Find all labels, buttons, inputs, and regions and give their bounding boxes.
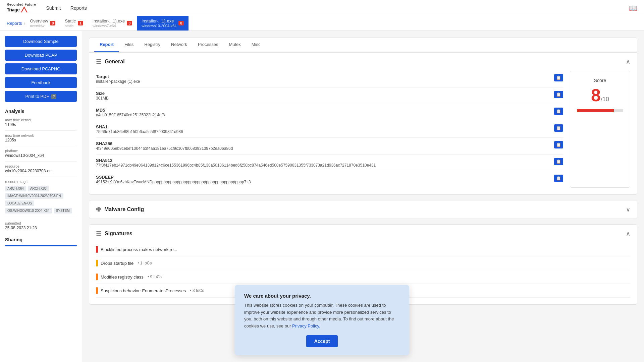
feedback-button[interactable]: Feedback <box>5 77 77 88</box>
tab-overview[interactable]: Overview overview 8 <box>25 16 60 31</box>
analysis-resource: resource win10v2004-20230703-en <box>5 164 77 173</box>
resource-label: resource <box>5 164 77 168</box>
sharing-title: Sharing <box>5 237 77 242</box>
signatures-toggle-icon[interactable]: ∧ <box>626 230 630 237</box>
general-section-title: ☰ General <box>96 58 125 65</box>
copy-button[interactable]: 📋 <box>554 141 563 148</box>
signature-item: Blocklisted process makes network re... <box>96 243 630 256</box>
info-row: SSDEEP 49152:tK1Ym6zhKavTwucMNDppppppppp… <box>96 171 563 188</box>
tab-installer1-label: installer-...1).exe <box>93 18 125 23</box>
max-time-kernel-label: max time kernel <box>5 118 77 122</box>
info-label: SHA512 <box>96 158 551 163</box>
app-header: Recorded Future Triage Submit Reports 📖 <box>0 0 644 16</box>
content-tab-registry[interactable]: Registry <box>139 38 166 52</box>
download-pcap-button[interactable]: Download PCAP <box>5 50 77 61</box>
analysis-max-time-network: max time network 1205s <box>5 133 77 142</box>
malware-config-title: ✙ Malware Config <box>96 206 144 213</box>
analysis-resource-tags: resource tags ARCH:X64ARCH:X86IMAGE:WIN1… <box>5 180 77 214</box>
copy-button[interactable]: 📋 <box>554 108 563 115</box>
content-tabs: ReportFilesRegistryNetworkProcessesMutex… <box>89 38 637 52</box>
content-tab-network[interactable]: Network <box>166 38 193 52</box>
score-bar-fill <box>577 109 614 112</box>
content-tab-misc[interactable]: Misc <box>246 38 266 52</box>
tab-installer2[interactable]: installer-...1).exe windows10-2004-x64 8 <box>137 16 189 31</box>
copy-button[interactable]: 📋 <box>554 158 563 165</box>
resource-tag: OS:WINDOWS10-2004-X64 <box>5 208 52 214</box>
score-box: Score 8/10 <box>570 71 630 188</box>
content-tab-list: ReportFilesRegistryNetworkProcessesMutex… <box>89 38 637 52</box>
tab-static[interactable]: Static static 1 <box>60 16 88 31</box>
score-max: /10 <box>601 96 609 103</box>
analysis-platform: platform windows10-2004_x64 <box>5 149 77 158</box>
submitted-label: submitted <box>5 221 77 225</box>
content-tab-mutex[interactable]: Mutex <box>223 38 246 52</box>
info-row: SHA1 75f66e71bb86e68b150b6aa5c5f87900984… <box>96 121 563 138</box>
general-fields: Target installer-package (1).exe 📋 Size … <box>96 71 563 188</box>
nav-reports[interactable]: Reports <box>70 1 87 15</box>
cookie-title: We care about your privacy. <box>244 293 400 299</box>
tab-overview-sub: overview <box>30 24 48 28</box>
info-label: MD5 <box>96 108 551 113</box>
tab-installer1-badge: 3 <box>127 21 132 25</box>
general-content: Target installer-package (1).exe 📋 Size … <box>96 71 630 188</box>
content-tab-files[interactable]: Files <box>119 38 139 52</box>
copy-button[interactable]: 📋 <box>554 175 563 182</box>
info-label: SSDEEP <box>96 175 551 180</box>
copy-button[interactable]: 📋 <box>554 91 563 98</box>
score-title: Score <box>577 78 623 83</box>
privacy-policy-link[interactable]: Privacy Policy. <box>292 323 320 328</box>
tab-installer2-label: installer-...1).exe <box>142 18 176 23</box>
accept-cookies-button[interactable]: Accept <box>306 335 338 347</box>
download-sample-button[interactable]: Download Sample <box>5 36 77 47</box>
info-row: Size 301MB 📋 <box>96 87 563 104</box>
malware-config-toggle-icon[interactable]: ∨ <box>626 206 630 213</box>
info-row: MD5 a4cb9159f165740cd25135322b214df8 📋 <box>96 104 563 121</box>
tab-installer1-sub: windows7-x64 <box>93 24 125 28</box>
content-tab-report[interactable]: Report <box>94 38 119 52</box>
cookie-banner: We care about your privacy. This website… <box>0 278 644 362</box>
copy-button[interactable]: 📋 <box>554 74 563 81</box>
info-value: a4cb9159f165740cd25135322b214df8 <box>96 113 551 117</box>
brand-name: Recorded Future <box>7 3 36 6</box>
cookie-text: This website stores cookies on your comp… <box>244 302 400 330</box>
malware-config-icon: ✙ <box>96 206 101 213</box>
score-value: 8 <box>591 85 601 105</box>
info-label: SHA256 <box>96 141 551 146</box>
breadcrumb-reports[interactable]: Reports <box>7 21 22 26</box>
max-time-network-value: 1205s <box>5 138 77 142</box>
malware-config-section: ✙ Malware Config ∨ <box>89 200 637 219</box>
cookie-box: We care about your privacy. This website… <box>235 285 409 355</box>
info-row: SHA256 4f349e005eb9cebef10044b3f4aa181ea… <box>96 138 563 155</box>
info-value: 49152:tK1Ym6zhKavTwucMNDpppppppppppppppp… <box>96 180 551 184</box>
signatures-title: ☰ Signatures <box>96 230 132 237</box>
resource-tag: ARCH:X64 <box>5 186 26 191</box>
signatures-header[interactable]: ☰ Signatures ∧ <box>89 225 637 243</box>
analysis-max-time-kernel: max time kernel 1199s <box>5 118 77 127</box>
download-pcapng-button[interactable]: Download PCAPNG <box>5 63 77 74</box>
signature-text: Blocklisted process makes network re... <box>101 247 177 252</box>
tags-container: ARCH:X64ARCH:X86IMAGE:WIN10V2004-2023070… <box>5 186 77 214</box>
signatures-icon: ☰ <box>96 230 101 237</box>
sharing-bar <box>5 245 77 246</box>
info-value: 4f349e005eb9cebef10044b3f4aa181ea75cf9c1… <box>96 146 551 151</box>
platform-value: windows10-2004_x64 <box>5 153 77 158</box>
print-to-pdf-button[interactable]: Print to PDF ? <box>5 91 77 102</box>
tab-overview-label: Overview <box>30 18 48 23</box>
general-section-header[interactable]: ☰ General ∧ <box>89 53 637 71</box>
book-icon[interactable]: 📖 <box>629 4 637 12</box>
malware-config-header[interactable]: ✙ Malware Config ∨ <box>89 200 637 219</box>
info-row: Target installer-package (1).exe 📋 <box>96 71 563 87</box>
platform-label: platform <box>5 149 77 153</box>
tab-installer1[interactable]: installer-...1).exe windows7-x64 3 <box>88 16 137 31</box>
max-time-network-label: max time network <box>5 133 77 137</box>
copy-button[interactable]: 📋 <box>554 124 563 132</box>
tab-installer2-badge: 8 <box>178 21 184 25</box>
general-toggle-icon[interactable]: ∧ <box>626 58 630 65</box>
content-tab-processes[interactable]: Processes <box>193 38 224 52</box>
nav-submit[interactable]: Submit <box>46 1 61 15</box>
resource-tag: IMAGE:WIN10V2004-20230703-EN <box>5 193 63 199</box>
resource-tag: LOCALE:EN-US <box>5 200 34 206</box>
info-label: Target <box>96 74 551 79</box>
tab-installer2-sub: windows10-2004-x64 <box>142 24 176 28</box>
info-row: SHA512 77f3f417eb14971db49e064139d124c6c… <box>96 155 563 171</box>
